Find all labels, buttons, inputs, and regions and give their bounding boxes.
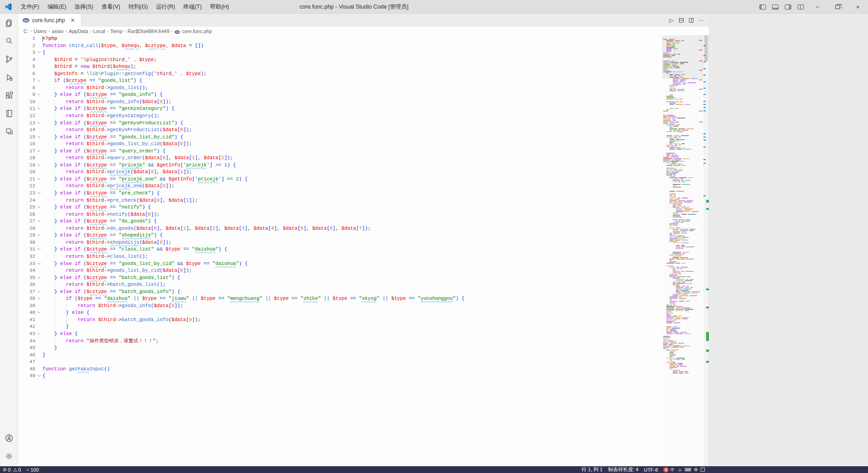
breadcrumb-item[interactable]: phpcore.func.php [174, 28, 213, 34]
close-button[interactable]: × [848, 0, 868, 14]
line-number[interactable]: 35 [18, 274, 35, 282]
line-number[interactable]: 2 [18, 43, 35, 50]
code-line[interactable]: 46} [18, 352, 662, 359]
line-number[interactable]: 34 [18, 267, 35, 274]
toggle-sidebar-icon[interactable] [760, 5, 766, 9]
line-number[interactable]: 48 [18, 366, 35, 373]
code-line[interactable]: 18 return $third->query_order($data[0], … [18, 155, 662, 162]
extensions-icon[interactable] [0, 86, 18, 104]
ime-emoji-icon[interactable]: ☺ [677, 467, 682, 472]
code-line[interactable]: 4 $third = '\plugins\third_' . $type; [18, 57, 662, 64]
line-number[interactable]: 14 [18, 127, 35, 134]
code-line[interactable]: 44 return "操作类型错误，请重试！！！"; [18, 338, 662, 345]
code-line[interactable]: 2function third_call($type, $shequ, $czt… [18, 43, 662, 50]
fold-chevron-icon[interactable] [35, 91, 42, 99]
line-number[interactable]: 16 [18, 141, 35, 148]
fold-chevron-icon[interactable] [35, 49, 42, 57]
code-line[interactable]: 1<?php [18, 35, 662, 43]
menu-item-file[interactable]: 文件(F) [17, 0, 43, 14]
code-line[interactable]: 32 return $third->class_list(); [18, 253, 662, 260]
account-icon[interactable] [0, 429, 18, 447]
line-number[interactable]: 5 [18, 63, 35, 71]
minimize-button[interactable]: − [807, 0, 827, 14]
menu-item-edit[interactable]: 编辑(E) [43, 0, 71, 14]
line-number[interactable]: 28 [18, 225, 35, 232]
code-line[interactable]: 21 } else if ($cztype == "pricejk_one" &… [18, 176, 662, 183]
sogou-ime-icon[interactable]: S [663, 467, 669, 473]
line-number[interactable]: 6 [18, 71, 35, 78]
code-line[interactable]: 25 } else if ($cztype == "notify") { [18, 204, 662, 211]
fold-chevron-icon[interactable] [35, 162, 42, 169]
code-line[interactable]: 3{ [18, 49, 662, 57]
code-line[interactable]: 26 return $third->notify($data[0]); [18, 211, 662, 218]
code-line[interactable]: 42 } [18, 323, 662, 331]
line-number[interactable]: 45 [18, 345, 35, 352]
code-line[interactable]: 31 } else if ($cztype == "class_list" &&… [18, 246, 662, 253]
line-number[interactable]: 30 [18, 239, 35, 246]
breadcrumb-item[interactable]: Users [33, 28, 47, 34]
line-number[interactable]: 24 [18, 197, 35, 204]
line-number[interactable]: 13 [18, 120, 35, 127]
code-line[interactable]: 37 } else if ($cztype == "batch_goods_in… [18, 289, 662, 296]
line-number[interactable]: 23 [18, 190, 35, 197]
fold-chevron-icon[interactable] [35, 331, 42, 338]
line-number[interactable]: 31 [18, 246, 35, 253]
settings-gear-icon[interactable] [0, 447, 18, 465]
line-number[interactable]: 9 [18, 91, 35, 99]
code-line[interactable]: 36 return $third->batch_goods_list(); [18, 281, 662, 289]
breadcrumb-item[interactable]: axiao [51, 28, 64, 34]
line-number[interactable]: 3 [18, 49, 35, 57]
line-number[interactable]: 8 [18, 85, 35, 92]
code-line[interactable]: 17 } else if ($cztype == "query_order") … [18, 148, 662, 155]
encoding-status[interactable]: UTF-8 [641, 466, 660, 473]
fold-chevron-icon[interactable] [35, 218, 42, 225]
line-number[interactable]: 29 [18, 232, 35, 239]
line-number[interactable]: 22 [18, 183, 35, 190]
fold-chevron-icon[interactable] [35, 232, 42, 239]
scrollbar-thumb[interactable] [704, 35, 708, 61]
metric-status[interactable]: ○ 100 [24, 466, 41, 473]
fold-chevron-icon[interactable] [35, 309, 42, 317]
notebook-icon[interactable] [0, 104, 18, 123]
code-line[interactable]: 20 return $third->pricejk($data[0], $dat… [18, 169, 662, 176]
run-debug-icon[interactable] [0, 68, 18, 86]
breadcrumb-item[interactable]: Local [92, 28, 106, 34]
code-line[interactable]: 35 } else if ($cztype == "batch_goods_li… [18, 274, 662, 282]
code-line[interactable]: 39 return $third->goods_info($data[0]); [18, 303, 662, 310]
editor-layout-icon[interactable] [0, 123, 18, 141]
customize-layout-icon[interactable] [797, 5, 804, 9]
code-line[interactable]: 41 return $third->batch_goods_info($data… [18, 317, 662, 324]
line-number[interactable]: 10 [18, 99, 35, 106]
code-line[interactable]: 10 return $third->goods_info($data[0]); [18, 99, 662, 106]
menu-item-terminal[interactable]: 终端(T) [179, 0, 206, 14]
line-number[interactable]: 44 [18, 338, 35, 345]
code-line[interactable]: 5 $third = new $third($shequ); [18, 63, 662, 71]
fold-chevron-icon[interactable] [35, 204, 42, 211]
minimap[interactable] [662, 35, 703, 466]
line-number[interactable]: 36 [18, 281, 35, 289]
breadcrumb-item[interactable]: Temp [109, 28, 123, 34]
menu-item-goto[interactable]: 转到(G) [124, 0, 152, 14]
code-line[interactable]: 15 } else if ($cztype == "goods_list_by_… [18, 134, 662, 141]
code-line[interactable]: 11 } else if ($cztype == "getKyxCategory… [18, 105, 662, 113]
tab-core-func-php[interactable]: php core.func.php ✕ [18, 14, 81, 27]
line-number[interactable]: 21 [18, 176, 35, 183]
fold-chevron-icon[interactable] [35, 274, 42, 282]
code-line[interactable]: 7 if ($cztype == "goods_list") { [18, 77, 662, 85]
line-number[interactable]: 18 [18, 155, 35, 162]
menu-item-help[interactable]: 帮助(H) [206, 0, 233, 14]
more-actions-button[interactable]: ⋯ [696, 15, 706, 25]
code-line[interactable]: 24 return $third->pre_check($data[0], $d… [18, 197, 662, 204]
restore-button[interactable] [827, 0, 848, 14]
fold-chevron-icon[interactable] [35, 176, 42, 183]
toggle-secondary-sidebar-icon[interactable] [785, 5, 791, 9]
code-line[interactable]: 30 return $third->shopeditjs($data[0]); [18, 239, 662, 246]
breadcrumb-item[interactable]: AppData [68, 28, 89, 34]
code-line[interactable]: 27 } else if ($cztype == "do_goods") { [18, 218, 662, 225]
menu-item-view[interactable]: 查看(V) [97, 0, 124, 14]
code-line[interactable]: 47 [18, 359, 662, 366]
line-number[interactable]: 39 [18, 303, 35, 310]
problems-status[interactable]: ⊘ 0 △ 0 [0, 466, 24, 473]
fold-chevron-icon[interactable] [35, 373, 42, 380]
fold-chevron-icon[interactable] [35, 295, 42, 303]
